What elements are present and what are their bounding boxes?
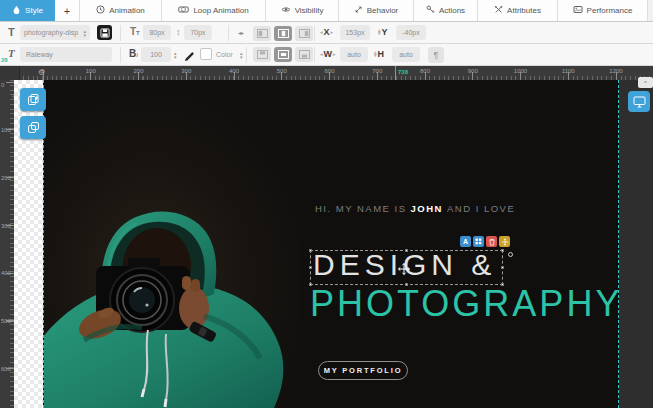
toolbar-divider <box>228 25 229 41</box>
align-right-button[interactable] <box>295 26 313 41</box>
ruler-corner <box>0 66 20 80</box>
collapse-panel-arrow[interactable]: ‹ <box>12 92 15 101</box>
grid-icon <box>475 238 482 245</box>
ruler-position-marker <box>395 66 396 80</box>
select-stepper-icon: ▴▾ <box>83 29 86 37</box>
delete-button[interactable] <box>486 236 497 247</box>
align-left-icon <box>257 29 268 38</box>
vertical-ruler[interactable]: 0 100 200 300 400 500 600 <box>0 80 14 408</box>
valign-bottom-button[interactable] <box>295 47 313 62</box>
h-stepper-icon: ▴▾ <box>374 51 377 58</box>
paragraph-toggle-button[interactable]: ¶ <box>428 47 444 63</box>
tab-bar-filler <box>648 0 653 21</box>
text-style-select[interactable]: photography-disp ▴▾ <box>20 25 90 40</box>
valign-top-button[interactable] <box>253 47 271 62</box>
tab-actions[interactable]: Actions <box>414 0 478 21</box>
ruler-tick-label: 700 <box>372 68 382 74</box>
tab-visibility[interactable]: Visibility <box>266 0 339 21</box>
resize-handle-e[interactable] <box>501 266 504 269</box>
clock-icon <box>96 5 105 16</box>
collapse-ruler-button[interactable]: ^ <box>638 77 653 88</box>
tab-label: Style <box>25 6 43 15</box>
tab-add[interactable]: + <box>55 0 80 21</box>
tab-animation[interactable]: Animation <box>80 0 162 21</box>
my-portfolio-button[interactable]: MY PORTFOLIO <box>318 361 408 380</box>
move-cursor-icon <box>398 263 410 275</box>
plus-icon: + <box>64 5 70 17</box>
intro-pre: HI. MY NAME IS <box>315 203 407 214</box>
font-size-field[interactable]: 80px <box>143 25 171 40</box>
ruler-tick-label: 800 <box>420 68 430 74</box>
font-family-label: T <box>8 47 15 59</box>
page-settings-gear-icon[interactable]: ⚙ <box>38 67 45 79</box>
text-style-label: T <box>8 26 15 38</box>
vertical-spread-icon: ▴▾ <box>240 51 243 59</box>
website-page-canvas[interactable]: HI. MY NAME ISJOHNAND I LOVE A DESIGN & <box>43 80 619 408</box>
resize-handle-n[interactable] <box>405 249 408 252</box>
tab-style[interactable]: Style <box>0 0 55 21</box>
ruler-tick-label: 100 <box>86 68 96 74</box>
monitor-icon <box>633 96 646 108</box>
y-stepper-icon: ▴▾ <box>378 29 381 36</box>
move-icon <box>501 238 509 246</box>
font-weight-icon: Bi <box>129 48 138 59</box>
resize-handle-s[interactable] <box>405 283 408 286</box>
weight-stepper[interactable]: ▴▾ <box>174 51 177 59</box>
color-swatch[interactable] <box>200 48 212 60</box>
width-field[interactable]: auto <box>340 47 368 62</box>
toolbar-divider <box>120 47 121 63</box>
x-position-field[interactable]: 153px <box>340 25 370 40</box>
align-center-button[interactable] <box>274 26 292 41</box>
trash-icon <box>488 238 496 246</box>
tab-performance[interactable]: Performance <box>558 0 648 21</box>
resize-handle-ne[interactable] <box>501 249 504 252</box>
tab-label: Visibility <box>295 6 324 15</box>
horizontal-ruler[interactable]: 0 100 200 300 400 500 600 700 800 900 10… <box>20 66 653 80</box>
resize-handle-nw[interactable] <box>309 249 312 252</box>
duplicate-button[interactable] <box>20 116 46 139</box>
tab-label: Behavior <box>367 6 399 15</box>
edit-text-button[interactable]: A <box>460 236 471 247</box>
resize-handle-sw[interactable] <box>309 283 312 286</box>
font-family-input[interactable]: Raleway <box>20 47 112 62</box>
eye-icon <box>281 5 291 16</box>
tab-attributes[interactable]: Attributes <box>478 0 558 21</box>
ruler-tick-label: 0 <box>1 82 4 88</box>
tab-label: Animation <box>109 6 145 15</box>
resize-handle-w[interactable] <box>309 266 312 269</box>
toolbar-divider <box>314 47 315 63</box>
height-field[interactable]: auto <box>392 47 420 62</box>
align-right-icon <box>299 29 310 38</box>
toolbar-divider <box>246 47 247 63</box>
hero-photo-photographer[interactable] <box>44 80 302 408</box>
line-height-field[interactable]: 70px <box>184 25 212 40</box>
ruler-tick-label: 300 <box>1 223 11 229</box>
y-position-label: ▴▾Y <box>378 27 388 37</box>
y-position-field[interactable]: -40px <box>396 25 426 40</box>
hero-intro-text[interactable]: HI. MY NAME ISJOHNAND I LOVE <box>315 203 515 214</box>
pen-icon[interactable] <box>184 48 195 66</box>
font-weight-field[interactable]: 100 <box>141 47 171 62</box>
rotation-handle[interactable] <box>508 252 513 257</box>
tab-loop-animation[interactable]: Loop Animation <box>162 0 266 21</box>
valign-middle-button[interactable] <box>274 47 292 62</box>
diagonal-arrows-icon <box>354 5 363 16</box>
tab-behavior[interactable]: Behavior <box>339 0 414 21</box>
text-style-value: photography-disp <box>24 29 78 36</box>
ruler-tick-label: 500 <box>1 318 11 324</box>
intro-post: AND I LOVE <box>447 203 515 214</box>
ruler-tick-label: 200 <box>133 68 143 74</box>
tab-label: Loop Animation <box>193 6 248 15</box>
ruler-tick-label: 1100 <box>562 68 575 74</box>
tab-label: Actions <box>439 6 465 15</box>
settings-button[interactable] <box>473 236 484 247</box>
heading-photography[interactable]: PHOTOGRAPHY <box>310 283 619 325</box>
preview-desktop-button[interactable] <box>628 91 650 112</box>
resize-handle-se[interactable] <box>501 283 504 286</box>
font-toolbar: T Raleway Bi 100 ▴▾ Color ▴▾ ◂W▸ auto ▴▾… <box>0 44 653 66</box>
add-element-button[interactable] <box>20 88 46 111</box>
ruler-tick-label: 400 <box>229 68 239 74</box>
drag-handle-button[interactable] <box>499 236 510 247</box>
align-left-button[interactable] <box>253 26 271 41</box>
save-style-button[interactable] <box>97 25 112 40</box>
